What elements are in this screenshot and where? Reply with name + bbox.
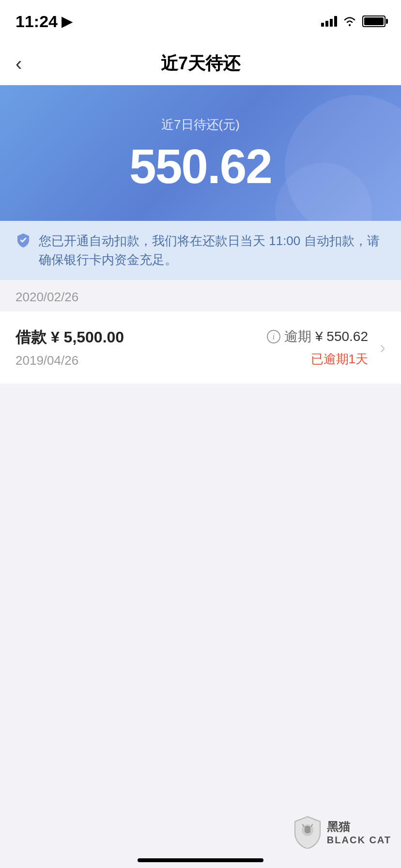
wifi-icon xyxy=(343,16,356,27)
blackcat-shield-icon xyxy=(293,816,322,849)
loan-right-info: i 逾期 ¥ 550.62 已逾期1天 xyxy=(267,327,368,368)
notice-text: 您已开通自动扣款，我们将在还款日当天 11:00 自动扣款，请确保银行卡内资金充… xyxy=(39,232,386,269)
page-title: 近7天待还 xyxy=(161,52,240,76)
status-bar: 11:24 ▶ xyxy=(0,0,401,43)
loan-amount: 借款 ¥ 5,500.00 xyxy=(15,327,124,348)
hero-banner: 近7日待还(元) 550.62 xyxy=(0,85,401,221)
loan-right: i 逾期 ¥ 550.62 已逾期1天 › xyxy=(267,327,386,368)
back-icon: ‹ xyxy=(15,53,22,74)
info-icon: i xyxy=(267,330,280,343)
svg-point-0 xyxy=(349,24,351,26)
watermark-text: 黑猫 BLACK CAT xyxy=(327,819,391,846)
overdue-label: 逾期 xyxy=(284,327,311,346)
loan-date: 2019/04/26 xyxy=(15,353,124,368)
time-text: 11:24 xyxy=(15,12,58,31)
hero-subtitle: 近7日待还(元) xyxy=(161,116,240,133)
signal-icon xyxy=(321,16,337,27)
notice-banner: 您已开通自动扣款，我们将在还款日当天 11:00 自动扣款，请确保银行卡内资金充… xyxy=(0,221,401,280)
status-time: 11:24 ▶ xyxy=(15,12,72,31)
overdue-amount: ¥ 550.62 xyxy=(315,329,368,344)
status-icons xyxy=(321,16,386,27)
shield-icon xyxy=(15,232,31,248)
back-button[interactable]: ‹ xyxy=(15,53,22,75)
chevron-right-icon: › xyxy=(380,338,386,358)
battery-icon xyxy=(362,16,386,27)
empty-area xyxy=(0,384,401,820)
overdue-days: 已逾期1天 xyxy=(311,351,368,368)
loan-item[interactable]: 借款 ¥ 5,500.00 2019/04/26 i 逾期 ¥ 550.62 已… xyxy=(0,311,401,384)
hero-amount: 550.62 xyxy=(129,142,272,190)
location-icon: ▶ xyxy=(62,14,72,30)
date-section: 2020/02/26 xyxy=(0,280,401,311)
home-indicator xyxy=(138,858,263,862)
overdue-row: i 逾期 ¥ 550.62 xyxy=(267,327,368,346)
date-label: 2020/02/26 xyxy=(15,290,78,304)
loan-left: 借款 ¥ 5,500.00 2019/04/26 xyxy=(15,327,124,368)
nav-bar: ‹ 近7天待还 xyxy=(0,43,401,85)
watermark: 黑猫 BLACK CAT xyxy=(293,816,391,849)
